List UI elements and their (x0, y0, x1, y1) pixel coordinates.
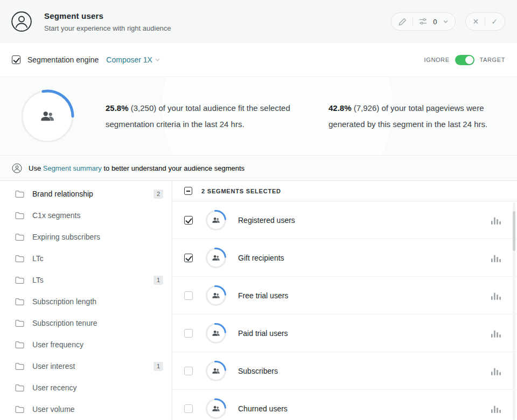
audience-stat: 25.8% (3,250) of your total audience fit… (106, 100, 295, 132)
pageviews-text: (7,926) of your total pageviews were gen… (329, 103, 487, 129)
header-toolbar: 0 ✕ ✓ (391, 12, 505, 31)
folder-icon (15, 190, 24, 198)
summary-suffix: to better understand your audience segme… (102, 164, 244, 172)
chevron-down-icon[interactable] (155, 58, 160, 61)
segment-row-gift-recipients[interactable]: Gift recipients (172, 239, 517, 277)
segment-avatar (205, 247, 227, 269)
count-badge: 1 (153, 362, 163, 371)
sidebar-item-subscription-length[interactable]: Subscription length (0, 291, 172, 312)
toggle-knob (465, 56, 473, 64)
users-icon (212, 215, 221, 225)
sidebar-item-label: User interest (32, 362, 75, 370)
segment-summary-link[interactable]: Segment summary (43, 164, 102, 172)
toolbar-divider (485, 17, 485, 26)
segment-checkbox[interactable] (184, 404, 193, 413)
bar-chart-icon[interactable] (491, 254, 501, 262)
sidebar-item-label: Expiring subscribers (32, 233, 100, 241)
sidebar-item-lts[interactable]: LTs 1 (0, 269, 172, 291)
pageviews-stat: 42.8% (7,926) of your total pageviews we… (329, 100, 512, 132)
sidebar-item-brand-relationship[interactable]: Brand relationship 2 (0, 183, 172, 205)
segment-checkbox[interactable] (184, 367, 193, 375)
segment-row-paid-trial-users[interactable]: Paid trial users (172, 314, 517, 352)
segment-list-header: 2 SEGMENTS SELECTED (172, 181, 517, 201)
sidebar-item-label: LTs (32, 276, 44, 284)
composer-label: Composer 1X (106, 55, 152, 64)
segment-avatar (205, 285, 227, 306)
sidebar-item-subscription-tenure[interactable]: Subscription tenure (0, 312, 172, 334)
segment-list: 2 SEGMENTS SELECTED Registered users Gif… (172, 181, 517, 420)
folder-icon (15, 319, 24, 327)
folder-icon (15, 341, 24, 349)
segment-label: Subscribers (238, 367, 278, 375)
sidebar-item-c1x-segments[interactable]: C1x segments (0, 205, 172, 226)
bar-chart-icon[interactable] (491, 291, 501, 300)
summary-text: Use Segment summary to better understand… (29, 164, 244, 172)
segment-checkbox[interactable] (184, 329, 193, 338)
page-title: Segment users (44, 11, 171, 20)
close-icon[interactable]: ✕ (473, 18, 479, 25)
folder-icon (15, 384, 24, 392)
engine-bar: Segmentation engine Composer 1X IGNORE T… (0, 43, 517, 76)
segment-checkbox[interactable] (184, 254, 193, 262)
audience-text: (3,250) of your total audience fit the s… (106, 103, 290, 129)
users-icon (212, 291, 221, 300)
target-label: TARGET (480, 57, 505, 63)
sidebar-item-label: LTc (32, 254, 44, 263)
count-badge: 1 (153, 276, 163, 285)
segment-avatar (205, 323, 227, 344)
folder-icon (15, 362, 24, 370)
filter-count: 0 (433, 18, 437, 26)
segmentation-engine-checkbox[interactable] (12, 55, 20, 64)
scrollbar-thumb[interactable] (513, 211, 515, 251)
audience-donut (19, 88, 75, 144)
edit-pencil-icon[interactable] (399, 18, 407, 26)
sidebar-item-label: Brand relationship (32, 190, 93, 198)
segment-avatar (205, 209, 227, 231)
ignore-target-toggle-wrap: IGNORE TARGET (424, 55, 505, 65)
composer-dropdown[interactable]: Composer 1X (106, 55, 152, 64)
header-text: Segment users Start your experience with… (44, 11, 171, 32)
segment-checkbox[interactable] (184, 216, 193, 225)
bar-chart-icon[interactable] (491, 367, 501, 375)
segment-users-icon (11, 11, 32, 32)
sidebar-item-expiring-subscribers[interactable]: Expiring subscribers (0, 226, 172, 248)
segment-avatar (205, 360, 227, 382)
sidebar-item-label: Subscription length (32, 297, 96, 306)
filter-sliders-icon[interactable] (419, 18, 427, 25)
sidebar-item-label: User volume (32, 405, 75, 414)
sidebar-item-user-recency[interactable]: User recency (0, 377, 172, 398)
folder-icon (15, 212, 24, 220)
bar-chart-icon[interactable] (491, 216, 501, 225)
stats-band: 25.8% (3,250) of your total audience fit… (0, 76, 517, 155)
audience-pct: 25.8% (106, 103, 129, 113)
sidebar-item-user-interest[interactable]: User interest 1 (0, 355, 172, 377)
page-subtitle: Start your experience with right audienc… (44, 24, 171, 32)
segment-row-free-trial-users[interactable]: Free trial users (172, 277, 517, 314)
segment-label: Churned users (238, 404, 288, 413)
sidebar-item-user-frequency[interactable]: User frequency (0, 334, 172, 355)
segment-checkbox[interactable] (184, 291, 193, 300)
main-content: Brand relationship 2 C1x segments Expiri… (0, 181, 517, 420)
segment-row-subscribers[interactable]: Subscribers (172, 352, 517, 390)
summary-prefix: Use (29, 164, 43, 172)
users-icon (39, 108, 55, 124)
bar-chart-icon[interactable] (491, 329, 501, 338)
segment-row-churned-users[interactable]: Churned users (172, 390, 517, 420)
count-badge: 2 (153, 190, 163, 199)
sidebar-item-user-volume[interactable]: User volume (0, 398, 172, 420)
chevron-down-icon[interactable] (443, 20, 448, 23)
ignore-label: IGNORE (424, 57, 450, 63)
segment-row-registered-users[interactable]: Registered users (172, 201, 517, 239)
sidebar-item-ltc[interactable]: LTc (0, 248, 172, 269)
target-toggle[interactable] (455, 55, 474, 65)
check-icon[interactable]: ✓ (491, 18, 498, 25)
sidebar-item-label: C1x segments (32, 211, 80, 220)
segment-label: Gift recipients (238, 254, 284, 262)
select-all-checkbox[interactable] (184, 187, 192, 195)
segment-label: Free trial users (238, 291, 288, 300)
users-icon (212, 404, 221, 413)
users-icon (212, 253, 221, 262)
segments-selected-count: 2 SEGMENTS SELECTED (201, 188, 281, 194)
bar-chart-icon[interactable] (491, 404, 501, 413)
pageviews-pct: 42.8% (329, 103, 352, 113)
